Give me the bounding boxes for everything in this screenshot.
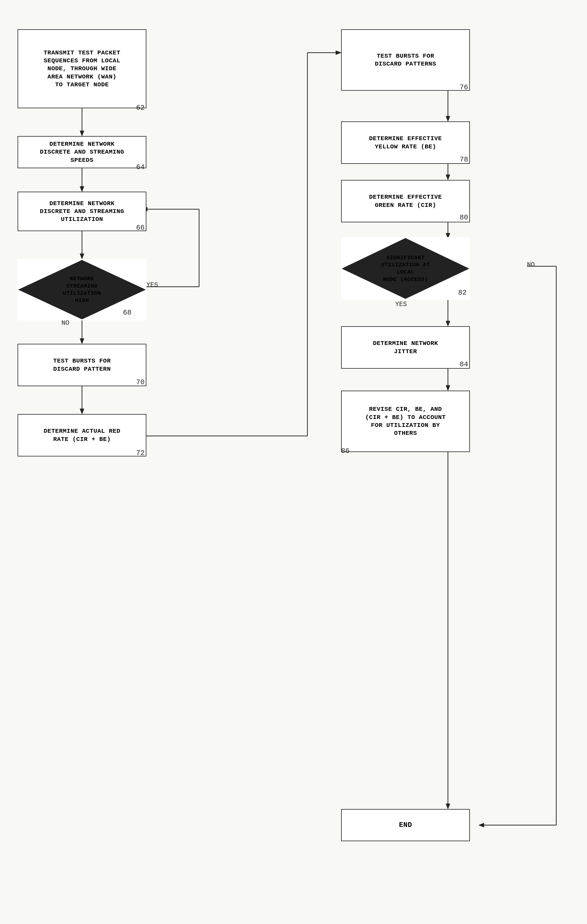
svg-marker-13 <box>336 51 341 55</box>
label-84: 84 <box>460 360 468 368</box>
box10-text: REVISE CIR, BE, AND (CIR + BE) TO ACCOUN… <box>365 405 446 437</box>
svg-marker-25 <box>446 321 450 326</box>
label-82: 82 <box>458 289 467 297</box>
svg-marker-1 <box>80 131 84 136</box>
svg-marker-7 <box>80 338 84 344</box>
svg-marker-29 <box>479 823 484 827</box>
box-end: END <box>341 809 470 841</box>
label-72: 72 <box>136 449 145 457</box>
box2-text: DETERMINE NETWORK DISCRETE AND STREAMING… <box>40 140 124 164</box>
label-80: 80 <box>460 214 468 221</box>
label-70: 70 <box>136 378 145 386</box>
box8-text: DETERMINE EFFECTIVE GREEN RATE (CIR) <box>369 193 442 209</box>
box-actual-red-rate: DETERMINE ACTUAL RED RATE (CIR + BE) <box>18 414 146 457</box>
yes-label-diamond2: YES <box>395 301 407 308</box>
no-label-diamond1: NO <box>61 320 69 327</box>
label-62: 62 <box>136 104 145 112</box>
svg-marker-31 <box>446 385 450 391</box>
box7-text: DETERMINE EFFECTIVE YELLOW RATE (BE) <box>369 135 442 151</box>
no-label-diamond2: NO <box>527 261 534 269</box>
diamond-utilization-local: SIGNIFICANT UTILIZATION AT LOCAL NODE (A… <box>341 237 470 300</box>
box-yellow-rate: DETERMINE EFFECTIVE YELLOW RATE (BE) <box>341 121 470 164</box>
box-green-rate: DETERMINE EFFECTIVE GREEN RATE (CIR) <box>341 180 470 223</box>
label-66: 66 <box>136 224 145 232</box>
box-network-speeds: DETERMINE NETWORK DISCRETE AND STREAMING… <box>18 136 146 168</box>
box-test-bursts-discard-patterns: TEST BURSTS FOR DISCARD PATTERNS <box>341 29 470 91</box>
yes-label-diamond1: YES <box>146 282 158 289</box>
box6-text: TEST BURSTS FOR DISCARD PATTERNS <box>375 52 436 68</box>
box11-text: END <box>399 820 412 830</box>
box-transmit-test-packet: TRANSMIT TEST PACKET SEQUENCES FROM LOCA… <box>18 29 146 108</box>
svg-marker-19 <box>446 116 450 121</box>
box-network-jitter: DETERMINE NETWORK JITTER <box>341 326 470 369</box>
label-68: 68 <box>123 309 131 317</box>
box4-text: TEST BURSTS FOR DISCARD PATTERN <box>53 357 111 373</box>
box5-text: DETERMINE ACTUAL RED RATE (CIR + BE) <box>44 427 120 443</box>
svg-marker-33 <box>446 804 450 809</box>
svg-marker-9 <box>80 409 84 414</box>
label-86: 86 <box>341 447 350 455</box>
box9-text: DETERMINE NETWORK JITTER <box>373 340 438 355</box>
label-78: 78 <box>460 156 468 163</box>
box-test-bursts-discard: TEST BURSTS FOR DISCARD PATTERN <box>18 344 146 386</box>
box-network-utilization: DETERMINE NETWORK DISCRETE AND STREAMING… <box>18 191 146 231</box>
svg-marker-21 <box>446 175 450 180</box>
box-revise-cir: REVISE CIR, BE, AND (CIR + BE) TO ACCOUN… <box>341 391 470 452</box>
box1-text: TRANSMIT TEST PACKET SEQUENCES FROM LOCA… <box>44 49 120 89</box>
box3-text: DETERMINE NETWORK DISCRETE AND STREAMING… <box>40 200 124 224</box>
diagram-container: TRANSMIT TEST PACKET SEQUENCES FROM LOCA… <box>0 0 587 924</box>
svg-marker-5 <box>80 254 84 259</box>
label-76: 76 <box>460 83 468 91</box>
svg-marker-35 <box>342 238 468 299</box>
svg-marker-3 <box>80 186 84 191</box>
label-64: 64 <box>136 163 145 171</box>
diamond-shape-2 <box>341 237 470 300</box>
